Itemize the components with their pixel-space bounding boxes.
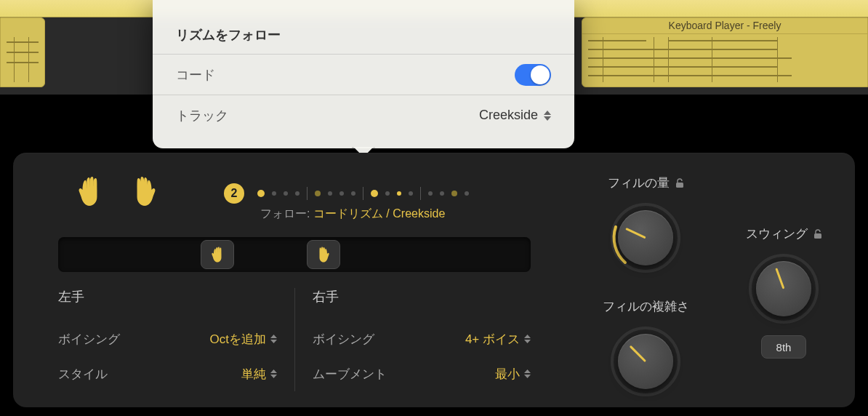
fill-complexity-label: フィルの複雑さ bbox=[603, 298, 689, 315]
right-voicing-row: ボイシング 4+ ボイス bbox=[313, 321, 531, 356]
left-style-label: スタイル bbox=[58, 366, 108, 383]
dot bbox=[385, 191, 390, 196]
right-voicing-value: 4+ ボイス bbox=[465, 331, 520, 348]
right-hand-title: 右手 bbox=[313, 288, 531, 305]
fill-complexity-block: フィルの複雑さ bbox=[580, 298, 711, 398]
hand-settings: 左手 ボイシング Octを追加 スタイル 単純 右手 ボイシング bbox=[58, 288, 531, 391]
beat-divider bbox=[363, 187, 363, 200]
dot bbox=[328, 191, 332, 196]
session-player-editor: 2 フォロー: コードリズム / C bbox=[13, 153, 855, 407]
dot bbox=[451, 191, 457, 196]
left-hand-position-button[interactable] bbox=[201, 240, 234, 269]
keyboard-range-zone[interactable] bbox=[58, 237, 531, 272]
right-movement-row: ムーブメント 最小 bbox=[313, 356, 531, 391]
svg-rect-0 bbox=[676, 183, 683, 188]
right-hand-settings: 右手 ボイシング 4+ ボイス ムーブメント 最小 bbox=[294, 288, 531, 391]
midi-region-partial-left[interactable] bbox=[0, 17, 45, 87]
beat-divider bbox=[420, 187, 421, 200]
dot bbox=[284, 191, 288, 196]
beat-number-badge[interactable]: 2 bbox=[224, 183, 244, 204]
left-voicing-select[interactable]: Octを追加 bbox=[210, 331, 277, 348]
dot bbox=[315, 191, 321, 196]
dot bbox=[295, 191, 300, 196]
fill-complexity-knob[interactable] bbox=[609, 325, 682, 398]
midi-region-keyboard-player[interactable]: Keyboard Player - Freely bbox=[582, 17, 868, 87]
chord-follow-toggle[interactable] bbox=[515, 64, 551, 86]
dot bbox=[465, 191, 469, 196]
rhythm-follow-popover: リズムをフォロー コード トラック Creekside bbox=[153, 0, 574, 148]
right-hand-icon[interactable] bbox=[131, 176, 158, 207]
fill-amount-block: フィルの量 bbox=[580, 175, 711, 274]
dot bbox=[409, 191, 413, 196]
follow-label: フォロー: bbox=[260, 207, 310, 220]
stepper-icon bbox=[524, 369, 531, 378]
region-title: Keyboard Player - Freely bbox=[582, 20, 867, 34]
track-follow-row: トラック Creekside bbox=[153, 95, 574, 135]
swing-mode-button[interactable]: 8th bbox=[761, 335, 806, 359]
swing-label-row: スウィング bbox=[718, 225, 849, 242]
hand-toggle-group bbox=[76, 176, 158, 207]
left-hand-icon[interactable] bbox=[76, 176, 103, 207]
track-label: トラック bbox=[176, 107, 228, 124]
stepper-icon bbox=[524, 335, 531, 343]
fill-amount-knob[interactable] bbox=[609, 201, 682, 274]
follow-status: フォロー: コードリズム / Creekside bbox=[260, 207, 445, 222]
right-movement-value: 最小 bbox=[495, 366, 520, 383]
left-voicing-value: Octを追加 bbox=[210, 331, 266, 348]
fill-complexity-label-row: フィルの複雑さ bbox=[580, 298, 711, 315]
track-select-value: Creekside bbox=[479, 108, 538, 123]
rhythm-dots[interactable]: 2 bbox=[224, 183, 469, 204]
left-style-select[interactable]: 単純 bbox=[241, 366, 277, 383]
swing-label: スウィング bbox=[746, 225, 808, 242]
right-movement-select[interactable]: 最小 bbox=[495, 366, 531, 383]
dot bbox=[339, 191, 344, 196]
chord-label: コード bbox=[176, 66, 215, 84]
dot bbox=[428, 191, 433, 196]
swing-mode-value: 8th bbox=[776, 341, 792, 353]
beat-divider bbox=[307, 187, 308, 200]
follow-value: コードリズム / Creekside bbox=[313, 207, 445, 220]
track-select[interactable]: Creekside bbox=[479, 108, 551, 123]
fill-amount-label: フィルの量 bbox=[608, 175, 670, 191]
stepper-icon bbox=[270, 335, 277, 343]
swing-block: スウィング 8th bbox=[718, 225, 849, 359]
right-voicing-label: ボイシング bbox=[313, 331, 374, 348]
fill-amount-label-row: フィルの量 bbox=[580, 175, 711, 191]
right-movement-label: ムーブメント bbox=[313, 366, 387, 383]
unlock-icon[interactable] bbox=[813, 229, 822, 239]
dot bbox=[351, 191, 355, 196]
dot bbox=[257, 190, 265, 197]
stepper-icon bbox=[270, 369, 277, 378]
dot bbox=[371, 190, 378, 197]
left-voicing-row: ボイシング Octを追加 bbox=[58, 321, 277, 356]
right-voicing-select[interactable]: 4+ ボイス bbox=[465, 331, 531, 348]
left-hand-title: 左手 bbox=[58, 288, 277, 305]
left-style-row: スタイル 単純 bbox=[58, 356, 277, 391]
dot bbox=[440, 191, 444, 196]
chord-follow-row: コード bbox=[153, 54, 574, 95]
left-voicing-label: ボイシング bbox=[58, 331, 120, 348]
swing-knob[interactable] bbox=[747, 252, 820, 325]
popover-section-title: リズムをフォロー bbox=[153, 0, 574, 54]
svg-rect-3 bbox=[814, 233, 821, 239]
stepper-icon bbox=[544, 111, 551, 121]
left-style-value: 単純 bbox=[241, 366, 266, 383]
left-hand-settings: 左手 ボイシング Octを追加 スタイル 単純 bbox=[58, 288, 294, 391]
unlock-icon[interactable] bbox=[675, 178, 684, 188]
right-hand-position-button[interactable] bbox=[307, 240, 340, 269]
dot bbox=[397, 191, 401, 196]
dot bbox=[272, 191, 276, 196]
